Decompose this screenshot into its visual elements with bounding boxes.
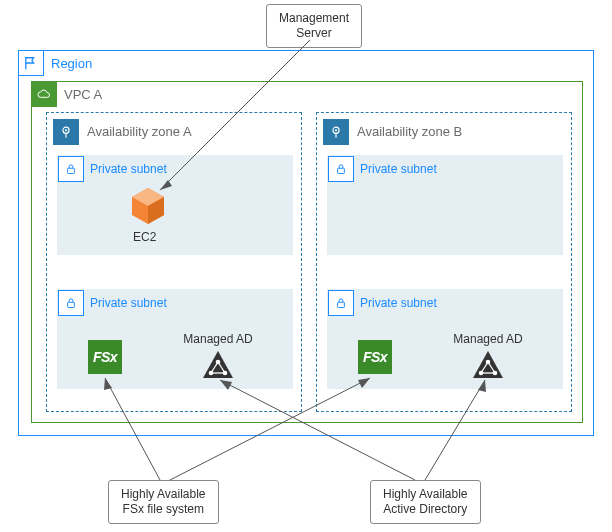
managed-ad-group: Managed AD xyxy=(448,332,528,382)
vpc-cloud-icon xyxy=(31,81,57,107)
vpc-label: VPC A xyxy=(64,87,102,102)
callout-text: Highly AvailableActive Directory xyxy=(383,487,468,516)
active-directory-icon xyxy=(471,348,505,382)
lock-icon xyxy=(58,156,84,182)
az-pin-icon xyxy=(323,119,349,145)
region-flag-icon xyxy=(18,50,44,76)
lock-icon xyxy=(328,156,354,182)
availability-zone-b: Availability zone B Private subnet Priva… xyxy=(316,112,572,412)
callout-ha-ad: Highly AvailableActive Directory xyxy=(370,480,481,524)
az-b-label: Availability zone B xyxy=(357,124,462,139)
svg-point-1 xyxy=(65,129,67,131)
fsx-text: FSx xyxy=(363,349,387,365)
callout-management-server: ManagementServer xyxy=(266,4,362,48)
callout-text: Highly AvailableFSx file system xyxy=(121,487,206,516)
subnet-label: Private subnet xyxy=(360,296,437,310)
svg-rect-16 xyxy=(338,168,345,173)
fsx-icon: FSx xyxy=(88,340,122,374)
subnet-label: Private subnet xyxy=(90,296,167,310)
region-label: Region xyxy=(51,56,92,71)
svg-rect-2 xyxy=(68,168,75,173)
fsx-icon: FSx xyxy=(358,340,392,374)
fsx-text: FSx xyxy=(93,349,117,365)
svg-point-15 xyxy=(335,129,337,131)
lock-icon xyxy=(328,290,354,316)
svg-rect-17 xyxy=(338,302,345,307)
az-pin-icon xyxy=(53,119,79,145)
az-a-private-subnet-2: Private subnet FSx Managed AD xyxy=(57,289,293,389)
region-container: Region VPC A Availability zone A Private… xyxy=(18,50,594,436)
subnet-label: Private subnet xyxy=(90,162,167,176)
vpc-container: VPC A Availability zone A Private subnet xyxy=(31,81,583,423)
lock-icon xyxy=(58,290,84,316)
az-b-private-subnet-2: Private subnet FSx Managed AD xyxy=(327,289,563,389)
managed-ad-group: Managed AD xyxy=(178,332,258,382)
subnet-label: Private subnet xyxy=(360,162,437,176)
managed-ad-label: Managed AD xyxy=(448,332,528,346)
callout-ha-fsx: Highly AvailableFSx file system xyxy=(108,480,219,524)
svg-marker-18 xyxy=(473,351,503,378)
managed-ad-label: Managed AD xyxy=(178,332,258,346)
svg-rect-6 xyxy=(68,302,75,307)
az-a-label: Availability zone A xyxy=(87,124,192,139)
ec2-label: EC2 xyxy=(133,230,156,244)
ec2-icon xyxy=(128,186,168,226)
availability-zone-a: Availability zone A Private subnet EC2 xyxy=(46,112,302,412)
active-directory-icon xyxy=(201,348,235,382)
callout-text: ManagementServer xyxy=(279,11,349,40)
az-a-private-subnet-1: Private subnet EC2 xyxy=(57,155,293,255)
svg-marker-7 xyxy=(203,351,233,378)
az-b-private-subnet-1: Private subnet xyxy=(327,155,563,255)
